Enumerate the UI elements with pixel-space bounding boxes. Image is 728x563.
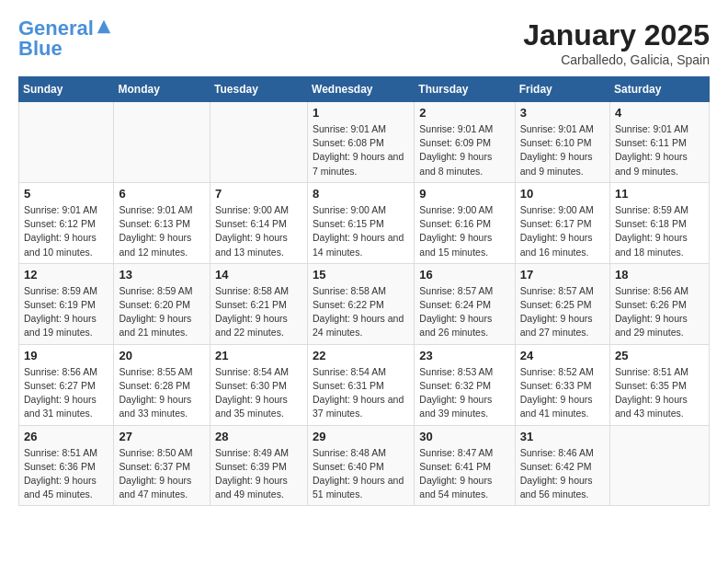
day-number: 26 bbox=[24, 430, 108, 443]
title-block: January 2025 Carballedo, Galicia, Spain bbox=[523, 18, 710, 67]
calendar-cell: 5Sunrise: 9:01 AMSunset: 6:12 PMDaylight… bbox=[19, 182, 114, 263]
day-number: 2 bbox=[419, 106, 509, 120]
calendar-cell: 26Sunrise: 8:51 AMSunset: 6:36 PMDayligh… bbox=[19, 425, 114, 506]
day-number: 27 bbox=[119, 430, 205, 443]
calendar-cell: 19Sunrise: 8:56 AMSunset: 6:27 PMDayligh… bbox=[19, 344, 114, 425]
weekday-header-row: SundayMondayTuesdayWednesdayThursdayFrid… bbox=[19, 77, 710, 102]
calendar-cell: 14Sunrise: 8:58 AMSunset: 6:21 PMDayligh… bbox=[210, 263, 308, 344]
day-number: 25 bbox=[615, 349, 704, 362]
calendar-table: SundayMondayTuesdayWednesdayThursdayFrid… bbox=[18, 76, 710, 506]
calendar-cell: 11Sunrise: 8:59 AMSunset: 6:18 PMDayligh… bbox=[610, 182, 710, 263]
day-info: Sunrise: 8:46 AMSunset: 6:42 PMDaylight:… bbox=[520, 446, 605, 502]
day-info: Sunrise: 9:01 AMSunset: 6:13 PMDaylight:… bbox=[119, 203, 205, 259]
calendar-cell: 3Sunrise: 9:01 AMSunset: 6:10 PMDaylight… bbox=[515, 102, 609, 183]
day-info: Sunrise: 9:01 AMSunset: 6:08 PMDaylight:… bbox=[313, 122, 409, 178]
day-number: 13 bbox=[119, 268, 205, 282]
day-number: 24 bbox=[520, 349, 605, 362]
calendar-cell: 7Sunrise: 9:00 AMSunset: 6:14 PMDaylight… bbox=[210, 182, 308, 263]
weekday-header-monday: Monday bbox=[114, 77, 210, 102]
calendar-cell: 9Sunrise: 9:00 AMSunset: 6:16 PMDaylight… bbox=[415, 182, 515, 263]
calendar-cell: 15Sunrise: 8:58 AMSunset: 6:22 PMDayligh… bbox=[308, 263, 415, 344]
calendar-cell: 4Sunrise: 9:01 AMSunset: 6:11 PMDaylight… bbox=[610, 102, 710, 183]
day-number: 1 bbox=[313, 106, 409, 120]
page-header: GeneralBlue January 2025 Carballedo, Gal… bbox=[18, 18, 710, 67]
day-number: 6 bbox=[119, 187, 205, 201]
day-number: 17 bbox=[520, 268, 605, 282]
day-number: 31 bbox=[520, 430, 605, 443]
day-info: Sunrise: 9:00 AMSunset: 6:17 PMDaylight:… bbox=[520, 203, 605, 259]
calendar-cell: 23Sunrise: 8:53 AMSunset: 6:32 PMDayligh… bbox=[415, 344, 515, 425]
day-info: Sunrise: 8:57 AMSunset: 6:24 PMDaylight:… bbox=[419, 284, 509, 340]
calendar-cell: 12Sunrise: 8:59 AMSunset: 6:19 PMDayligh… bbox=[19, 263, 114, 344]
day-number: 14 bbox=[215, 268, 302, 282]
day-number: 10 bbox=[520, 187, 605, 201]
logo-icon bbox=[96, 18, 112, 35]
logo: GeneralBlue bbox=[18, 18, 112, 59]
calendar-cell: 30Sunrise: 8:47 AMSunset: 6:41 PMDayligh… bbox=[415, 425, 515, 506]
day-number: 15 bbox=[313, 268, 409, 282]
day-info: Sunrise: 8:51 AMSunset: 6:36 PMDaylight:… bbox=[24, 446, 108, 502]
day-info: Sunrise: 8:58 AMSunset: 6:22 PMDaylight:… bbox=[313, 284, 409, 340]
day-number: 20 bbox=[119, 349, 205, 362]
day-info: Sunrise: 8:49 AMSunset: 6:39 PMDaylight:… bbox=[215, 446, 302, 502]
logo-text: GeneralBlue bbox=[18, 18, 112, 59]
day-info: Sunrise: 8:54 AMSunset: 6:30 PMDaylight:… bbox=[215, 365, 302, 421]
day-number: 5 bbox=[24, 187, 108, 201]
day-number: 16 bbox=[419, 268, 509, 282]
week-row-2: 5Sunrise: 9:01 AMSunset: 6:12 PMDaylight… bbox=[19, 182, 710, 263]
calendar-cell: 21Sunrise: 8:54 AMSunset: 6:30 PMDayligh… bbox=[210, 344, 308, 425]
day-info: Sunrise: 9:01 AMSunset: 6:09 PMDaylight:… bbox=[419, 122, 509, 178]
day-info: Sunrise: 8:47 AMSunset: 6:41 PMDaylight:… bbox=[419, 446, 509, 502]
week-row-1: 1Sunrise: 9:01 AMSunset: 6:08 PMDaylight… bbox=[19, 102, 710, 183]
day-info: Sunrise: 8:51 AMSunset: 6:35 PMDaylight:… bbox=[615, 365, 704, 421]
calendar-cell: 20Sunrise: 8:55 AMSunset: 6:28 PMDayligh… bbox=[114, 344, 210, 425]
day-info: Sunrise: 8:58 AMSunset: 6:21 PMDaylight:… bbox=[215, 284, 302, 340]
day-number: 23 bbox=[419, 349, 509, 362]
calendar-cell: 31Sunrise: 8:46 AMSunset: 6:42 PMDayligh… bbox=[515, 425, 609, 506]
day-info: Sunrise: 8:59 AMSunset: 6:20 PMDaylight:… bbox=[119, 284, 205, 340]
weekday-header-wednesday: Wednesday bbox=[308, 77, 415, 102]
day-info: Sunrise: 8:59 AMSunset: 6:19 PMDaylight:… bbox=[24, 284, 108, 340]
day-number: 19 bbox=[24, 349, 108, 362]
calendar-cell bbox=[114, 102, 210, 183]
day-info: Sunrise: 8:56 AMSunset: 6:27 PMDaylight:… bbox=[24, 365, 108, 421]
day-info: Sunrise: 8:56 AMSunset: 6:26 PMDaylight:… bbox=[615, 284, 704, 340]
calendar-cell: 28Sunrise: 8:49 AMSunset: 6:39 PMDayligh… bbox=[210, 425, 308, 506]
weekday-header-thursday: Thursday bbox=[415, 77, 515, 102]
calendar-subtitle: Carballedo, Galicia, Spain bbox=[523, 52, 710, 67]
day-number: 7 bbox=[215, 187, 302, 201]
svg-marker-0 bbox=[97, 20, 110, 33]
day-number: 4 bbox=[615, 106, 704, 120]
week-row-5: 26Sunrise: 8:51 AMSunset: 6:36 PMDayligh… bbox=[19, 425, 710, 506]
calendar-cell: 16Sunrise: 8:57 AMSunset: 6:24 PMDayligh… bbox=[415, 263, 515, 344]
weekday-header-saturday: Saturday bbox=[610, 77, 710, 102]
day-info: Sunrise: 8:54 AMSunset: 6:31 PMDaylight:… bbox=[313, 365, 409, 421]
day-info: Sunrise: 9:00 AMSunset: 6:14 PMDaylight:… bbox=[215, 203, 302, 259]
weekday-header-sunday: Sunday bbox=[19, 77, 114, 102]
calendar-cell bbox=[19, 102, 114, 183]
day-number: 11 bbox=[615, 187, 704, 201]
weekday-header-friday: Friday bbox=[515, 77, 609, 102]
calendar-cell: 27Sunrise: 8:50 AMSunset: 6:37 PMDayligh… bbox=[114, 425, 210, 506]
day-number: 12 bbox=[24, 268, 108, 282]
calendar-cell: 2Sunrise: 9:01 AMSunset: 6:09 PMDaylight… bbox=[415, 102, 515, 183]
day-info: Sunrise: 8:52 AMSunset: 6:33 PMDaylight:… bbox=[520, 365, 605, 421]
calendar-cell: 1Sunrise: 9:01 AMSunset: 6:08 PMDaylight… bbox=[308, 102, 415, 183]
day-info: Sunrise: 9:00 AMSunset: 6:15 PMDaylight:… bbox=[313, 203, 409, 259]
calendar-cell: 18Sunrise: 8:56 AMSunset: 6:26 PMDayligh… bbox=[610, 263, 710, 344]
day-info: Sunrise: 9:01 AMSunset: 6:12 PMDaylight:… bbox=[24, 203, 108, 259]
day-info: Sunrise: 9:01 AMSunset: 6:10 PMDaylight:… bbox=[520, 122, 605, 178]
day-info: Sunrise: 8:59 AMSunset: 6:18 PMDaylight:… bbox=[615, 203, 704, 259]
day-info: Sunrise: 8:50 AMSunset: 6:37 PMDaylight:… bbox=[119, 446, 205, 502]
day-number: 18 bbox=[615, 268, 704, 282]
day-number: 3 bbox=[520, 106, 605, 120]
calendar-cell: 13Sunrise: 8:59 AMSunset: 6:20 PMDayligh… bbox=[114, 263, 210, 344]
week-row-4: 19Sunrise: 8:56 AMSunset: 6:27 PMDayligh… bbox=[19, 344, 710, 425]
day-info: Sunrise: 8:55 AMSunset: 6:28 PMDaylight:… bbox=[119, 365, 205, 421]
day-number: 30 bbox=[419, 430, 509, 443]
day-info: Sunrise: 8:48 AMSunset: 6:40 PMDaylight:… bbox=[313, 446, 409, 502]
day-number: 9 bbox=[419, 187, 509, 201]
day-number: 21 bbox=[215, 349, 302, 362]
day-number: 28 bbox=[215, 430, 302, 443]
day-info: Sunrise: 8:57 AMSunset: 6:25 PMDaylight:… bbox=[520, 284, 605, 340]
